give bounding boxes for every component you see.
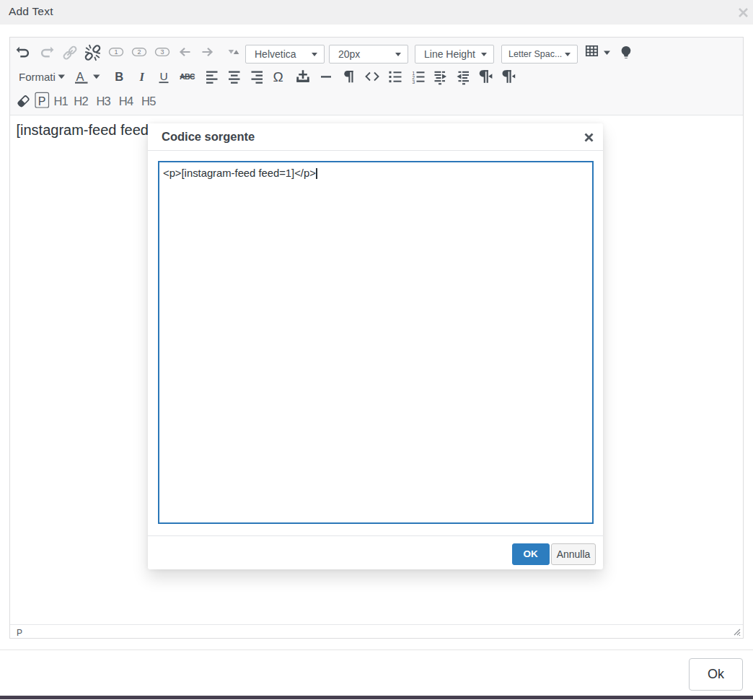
svg-text:1: 1 <box>114 48 118 56</box>
svg-text:3: 3 <box>413 79 415 84</box>
svg-text:Ω: Ω <box>273 69 283 84</box>
svg-text:H2: H2 <box>74 95 88 108</box>
svg-text:U: U <box>159 70 167 82</box>
svg-text:H4: H4 <box>119 95 133 108</box>
svg-text:H5: H5 <box>141 95 156 108</box>
svg-text:3: 3 <box>160 48 164 56</box>
svg-text:2: 2 <box>137 48 141 56</box>
svg-text:A: A <box>76 70 84 83</box>
svg-text:B: B <box>115 70 123 83</box>
svg-text:Formati: Formati <box>19 71 56 83</box>
svg-text:P: P <box>38 95 46 108</box>
svg-text:I: I <box>138 70 144 84</box>
svg-text:H3: H3 <box>97 95 111 108</box>
svg-text:H1: H1 <box>54 95 69 108</box>
